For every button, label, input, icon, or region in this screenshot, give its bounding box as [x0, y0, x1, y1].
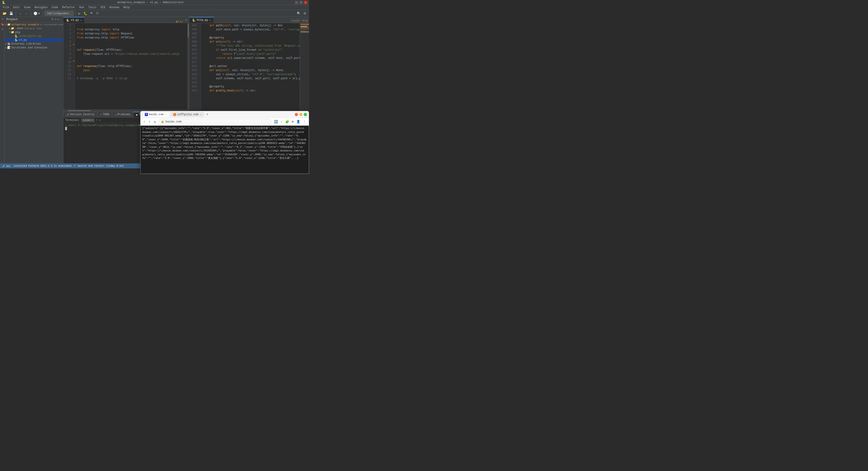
browser-extension-button[interactable]: 🧩: [284, 119, 290, 124]
browser-json-content: {"subjects":[{"episodes_info":"","rate":…: [142, 126, 307, 160]
menu-navigate[interactable]: Navigate: [33, 5, 49, 9]
toolbar-save[interactable]: 💾: [8, 11, 14, 16]
menu-code[interactable]: Code: [50, 5, 60, 9]
tab-todo-label: TODO: [103, 113, 109, 116]
run-button[interactable]: ▶: [78, 11, 82, 16]
structure-icon[interactable]: ≡: [0, 28, 4, 31]
browser-sidebar-button[interactable]: ⊞: [291, 119, 294, 124]
close-button[interactable]: ✕: [304, 1, 307, 4]
browser-action-buttons: 🔤 ☆ 🧩 ⊞ 👤 ⋮: [273, 119, 307, 124]
browser-translate-button[interactable]: 🔤: [273, 119, 279, 124]
tab-todo[interactable]: ✓ TODO: [97, 112, 112, 117]
browser-min-button[interactable]: □: [299, 113, 303, 116]
minimap: [300, 23, 309, 111]
browser-refresh-button[interactable]: ↻: [153, 119, 157, 124]
menu-vcs[interactable]: VCS: [99, 5, 107, 9]
browser-forward-button[interactable]: ›: [148, 119, 152, 124]
add-configuration-button[interactable]: Add Configuration...: [44, 11, 73, 16]
project-panel-sort-icon[interactable]: ⇅: [55, 18, 56, 21]
status-vcs[interactable]: ⎇ Git: [2, 165, 11, 168]
minimize-button[interactable]: ─: [295, 1, 298, 4]
tab-httppy-close[interactable]: ✕: [210, 19, 211, 22]
terminal-add-button[interactable]: +: [96, 118, 98, 122]
left-scrollbar[interactable]: [187, 23, 189, 110]
browser-title-bar: B baidu.com ✕ L luffycity.com ✕ + − □ ✕: [141, 111, 309, 118]
tree-scratches-label: Scratches and Consoles: [11, 46, 47, 49]
todo-icon: ✓: [100, 113, 102, 116]
project-icon[interactable]: P: [0, 18, 4, 21]
tab-version-control[interactable]: ⎇ Version Control: [63, 112, 97, 117]
project-panel-gear-icon[interactable]: ⚙: [57, 18, 59, 21]
settings-button[interactable]: ⚙: [303, 11, 307, 16]
tab-problems[interactable]: ⚠ Problems: [112, 112, 133, 117]
browser-back-button[interactable]: ‹: [142, 119, 146, 124]
browser-menu-button[interactable]: ⋮: [302, 119, 307, 124]
terminal-more-button[interactable]: ▾: [99, 118, 101, 122]
browser-bookmark-button[interactable]: ☆: [280, 119, 283, 124]
right-gutter: [198, 23, 201, 111]
browser-tab-luffycity-close[interactable]: ✕: [200, 113, 202, 116]
toolbar-recent[interactable]: 🕐 ▾: [33, 11, 41, 16]
menu-file[interactable]: File: [1, 5, 11, 9]
tree-interceptor[interactable]: ▶ 🐍 interceptor.py: [4, 34, 63, 38]
baidu-favicon: B: [145, 113, 148, 116]
menu-refactor[interactable]: Refactor: [60, 5, 77, 9]
tab-v1py-label: v1.py: [71, 19, 79, 22]
terminal-prompt: (.venv) E:\PycharmProjects\mitmproxy_exa…: [65, 124, 138, 127]
bookmarks-icon[interactable]: 🔖: [0, 22, 4, 27]
warning-badge: ▲1: [176, 20, 179, 23]
terminal-local-tab[interactable]: Local ✕: [81, 118, 95, 122]
tree-ext-libs[interactable]: ▶ 📚 External Libraries: [4, 42, 63, 46]
left-code-content[interactable]: from mitmproxy import http from mitmprox…: [75, 23, 187, 110]
right-editor-tab-row: 🐍 http.py ✕ Reader Mode ≡: [189, 17, 309, 23]
tree-v1py[interactable]: ▶ 🐍 v1.py: [4, 38, 63, 42]
menu-tools[interactable]: Tools: [86, 5, 98, 9]
menu-run[interactable]: Run: [78, 5, 86, 9]
address-bar[interactable]: 🔒 baidu.com: [158, 119, 272, 125]
tab-httppy[interactable]: 🐍 http.py ✕: [189, 17, 214, 23]
tree-scratches[interactable]: ▶ 📝 Scratches and Consoles: [4, 46, 63, 50]
browser-new-tab-button[interactable]: +: [206, 113, 209, 117]
debug-button[interactable]: 🐛: [83, 11, 88, 16]
toolbar-back[interactable]: ←: [18, 11, 23, 16]
browser-close-button[interactable]: −: [295, 113, 298, 116]
tree-root[interactable]: ▼ 📁 mitmproxy_example E:\PycharmProjects…: [4, 23, 63, 27]
tree-venv[interactable]: ▶ 📁 .venv library root: [4, 27, 63, 30]
tab-vc-label: Version Control: [70, 113, 95, 116]
toolbar-open-file[interactable]: 📂: [2, 11, 7, 16]
menu-window[interactable]: Window: [108, 5, 121, 9]
project-panel-title: Project: [6, 18, 18, 21]
right-code-content[interactable]: def path(self, val: Union[str, bytes]) -…: [201, 23, 300, 111]
terminal-cursor: [65, 127, 67, 130]
menu-view[interactable]: View: [22, 5, 32, 9]
left-editor-more[interactable]: ≡: [185, 18, 188, 23]
project-panel-menu-icon[interactable]: ☰: [51, 18, 54, 21]
menu-edit[interactable]: Edit: [11, 5, 22, 9]
tab-v1py[interactable]: 🐍 v1.py ✕: [63, 17, 85, 23]
profile-button[interactable]: ⏱: [95, 11, 100, 16]
coverage-button[interactable]: ☂: [89, 11, 94, 16]
tree-venv-tag: library root: [24, 27, 42, 30]
tab-v1py-close[interactable]: ✕: [80, 19, 82, 22]
address-bar-url: baidu.com: [165, 120, 181, 123]
left-icon-strip: P 🔖 ≡: [0, 17, 4, 164]
browser-tab-baidu[interactable]: B baidu.com ✕: [142, 112, 169, 117]
status-notification[interactable]: Localized PyCharm 2021.3.3 is available …: [13, 165, 124, 167]
browser-profile-button[interactable]: 👤: [296, 119, 301, 124]
left-editor-tab-row: 🐍 v1.py ✕ ▲1 ▲2 ≡: [63, 17, 189, 23]
tree-pkg[interactable]: ▼ 📁 pkg: [4, 30, 63, 34]
reader-mode-button[interactable]: Reader Mode: [290, 19, 309, 23]
browser-max-button[interactable]: ✕: [304, 113, 307, 116]
browser-tab-baidu-close[interactable]: ✕: [165, 113, 167, 116]
menu-help[interactable]: Help: [122, 5, 132, 9]
left-editor: 🐍 v1.py ✕ ▲1 ▲2 ≡ 12345 678910 1: [63, 17, 189, 111]
maximize-button[interactable]: □: [300, 1, 303, 4]
browser-tab-luffycity[interactable]: L luffycity.com ✕: [170, 112, 204, 117]
project-panel-expand-icon[interactable]: ↕: [60, 18, 61, 21]
toolbar-forward[interactable]: →: [24, 11, 29, 16]
terminal-local-close[interactable]: ✕: [91, 119, 93, 121]
toolbar-separator-1: [16, 11, 16, 16]
terminal-label: Terminal:: [65, 119, 80, 122]
browser-content: {"subjects":[{"episodes_info":"","rate":…: [141, 126, 309, 174]
search-everywhere-button[interactable]: 🔍: [296, 11, 302, 16]
